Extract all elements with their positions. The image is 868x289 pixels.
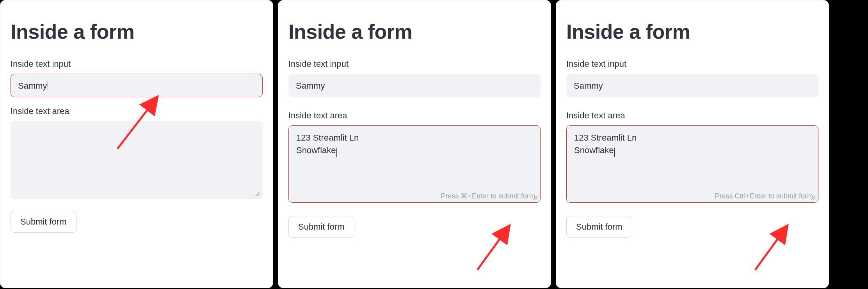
page-title: Inside a form (11, 20, 263, 43)
text-input[interactable]: Sammy (288, 74, 541, 97)
text-input-value: Sammy (18, 81, 47, 91)
form-card: Inside a form Inside text input Sammy In… (278, 0, 551, 288)
text-input-label: Inside text input (566, 59, 818, 69)
text-input-label: Inside text input (11, 59, 263, 69)
annotation-arrow-icon (470, 219, 536, 285)
text-area-label: Inside text area (11, 106, 263, 116)
svg-line-2 (755, 227, 786, 270)
caret-icon (48, 81, 48, 90)
page-title: Inside a form (566, 20, 818, 43)
svg-line-1 (477, 227, 509, 270)
page-title: Inside a form (288, 20, 541, 43)
submit-button[interactable]: Submit form (288, 216, 354, 238)
text-area[interactable] (11, 121, 263, 199)
text-area-wrap (11, 121, 263, 199)
text-area-label: Inside text area (566, 111, 818, 121)
text-input[interactable]: Sammy (11, 74, 263, 97)
text-input-wrap: Sammy (11, 74, 263, 97)
text-input-wrap: Sammy (566, 74, 818, 97)
text-input[interactable]: Sammy (566, 74, 818, 97)
text-area-wrap: 123 Streamlit Ln Snowflake Press Ctrl+En… (566, 125, 818, 203)
text-area[interactable] (566, 125, 818, 203)
form-card: Inside a form Inside text input Sammy Pr… (0, 0, 273, 288)
text-input-value: Sammy (296, 81, 325, 91)
submit-button[interactable]: Submit form (11, 211, 76, 233)
annotation-arrow-icon (747, 219, 814, 285)
submit-button[interactable]: Submit form (566, 216, 632, 238)
text-area-label: Inside text area (288, 111, 541, 121)
text-area[interactable] (288, 125, 541, 203)
text-input-wrap: Sammy (288, 74, 541, 97)
text-input-value: Sammy (574, 81, 603, 91)
form-card: Inside a form Inside text input Sammy In… (556, 0, 829, 288)
text-area-wrap: 123 Streamlit Ln Snowflake Press ⌘+Enter… (288, 125, 541, 203)
text-input-label: Inside text input (288, 59, 541, 69)
